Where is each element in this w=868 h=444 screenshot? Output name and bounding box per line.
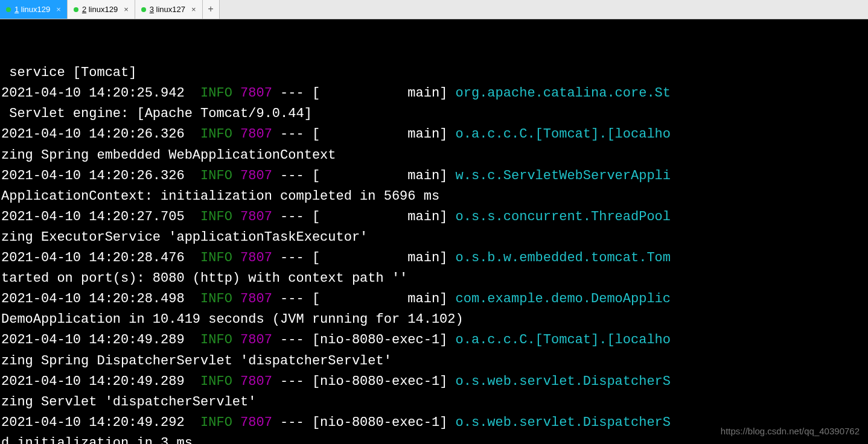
log-logger: org.apache.catalina.core.St xyxy=(456,86,671,101)
log-thread: main xyxy=(320,168,439,183)
add-tab-button[interactable]: + xyxy=(203,0,220,19)
log-logger: o.s.web.servlet.DispatcherS xyxy=(456,415,671,430)
log-line: 2021-04-10 14:20:27.705 INFO 7807 --- [ … xyxy=(1,207,867,227)
log-message: ApplicationContext: initialization compl… xyxy=(1,189,439,204)
log-line: 2021-04-10 14:20:26.326 INFO 7807 --- [ … xyxy=(1,166,867,186)
log-separator: ] xyxy=(439,415,455,430)
log-separator: --- [ xyxy=(280,332,320,347)
log-message: zing Spring DispatcherServlet 'dispatche… xyxy=(1,354,392,369)
log-message: Servlet engine: [Apache Tomcat/9.0.44] xyxy=(1,106,312,121)
log-pid: 7807 xyxy=(240,250,272,265)
tab-2[interactable]: 3 linux127× xyxy=(135,0,203,19)
log-timestamp: 2021-04-10 14:20:49.289 xyxy=(1,332,185,347)
log-logger: o.a.c.c.C.[Tomcat].[localho xyxy=(456,332,671,347)
log-line: 2021-04-10 14:20:26.326 INFO 7807 --- [ … xyxy=(1,124,867,145)
tab-label: 2 linux129 xyxy=(82,5,118,14)
log-separator: --- [ xyxy=(280,250,320,265)
log-line: zing Spring embedded WebApplicationConte… xyxy=(1,145,867,166)
log-thread: main xyxy=(320,209,439,224)
log-separator: ] xyxy=(439,291,455,306)
log-pid: 7807 xyxy=(240,168,272,183)
log-pid: 7807 xyxy=(240,291,272,306)
log-line: 2021-04-10 14:20:49.289 INFO 7807 --- [n… xyxy=(1,330,867,350)
close-icon[interactable]: × xyxy=(54,5,63,14)
log-message: DemoApplication in 10.419 seconds (JVM r… xyxy=(1,312,464,327)
tab-label: 3 linux127 xyxy=(150,5,185,14)
log-line: 2021-04-10 14:20:49.289 INFO 7807 --- [n… xyxy=(1,372,867,392)
log-line: Servlet engine: [Apache Tomcat/9.0.44] xyxy=(1,104,867,124)
log-timestamp: 2021-04-10 14:20:49.292 xyxy=(1,415,185,430)
log-thread: nio-8080-exec-1 xyxy=(320,332,439,347)
status-dot-icon xyxy=(6,7,11,12)
log-line: service [Tomcat] xyxy=(1,63,867,83)
log-logger: com.example.demo.DemoApplic xyxy=(456,291,671,306)
log-separator: --- [ xyxy=(280,209,320,224)
log-line: zing Servlet 'dispatcherServlet' xyxy=(1,392,867,413)
log-pid: 7807 xyxy=(240,127,272,142)
close-icon[interactable]: × xyxy=(121,5,131,14)
log-level: INFO xyxy=(200,291,232,306)
watermark-text: https://blog.csdn.net/qq_40390762 xyxy=(721,424,860,438)
log-thread: main xyxy=(320,127,439,142)
log-thread: main xyxy=(320,86,439,101)
log-pid: 7807 xyxy=(240,209,272,224)
log-logger: w.s.c.ServletWebServerAppli xyxy=(456,168,671,183)
log-line: ApplicationContext: initialization compl… xyxy=(1,186,867,207)
log-thread: nio-8080-exec-1 xyxy=(320,415,439,430)
tab-0[interactable]: 1 linux129× xyxy=(0,0,68,19)
log-timestamp: 2021-04-10 14:20:27.705 xyxy=(1,209,185,224)
log-pid: 7807 xyxy=(240,415,272,430)
log-level: INFO xyxy=(200,127,232,142)
log-separator: ] xyxy=(439,86,455,101)
log-separator: --- [ xyxy=(280,127,320,142)
log-level: INFO xyxy=(200,209,232,224)
log-logger: o.s.b.w.embedded.tomcat.Tom xyxy=(456,250,671,265)
log-line: 2021-04-10 14:20:25.942 INFO 7807 --- [ … xyxy=(1,83,867,104)
log-timestamp: 2021-04-10 14:20:28.476 xyxy=(1,250,185,265)
log-separator: ] xyxy=(439,168,455,183)
log-separator: ] xyxy=(439,209,455,224)
tab-label: 1 linux129 xyxy=(14,5,50,14)
log-timestamp: 2021-04-10 14:20:26.326 xyxy=(1,168,185,183)
log-separator: --- [ xyxy=(280,374,320,389)
log-level: INFO xyxy=(200,250,232,265)
log-line: zing Spring DispatcherServlet 'dispatche… xyxy=(1,351,867,372)
log-timestamp: 2021-04-10 14:20:26.326 xyxy=(1,127,185,142)
log-line: zing ExecutorService 'applicationTaskExe… xyxy=(1,227,867,248)
log-pid: 7807 xyxy=(240,374,272,389)
log-logger: o.a.c.c.C.[Tomcat].[localho xyxy=(456,127,671,142)
tab-1[interactable]: 2 linux129× xyxy=(68,0,135,19)
log-logger: o.s.web.servlet.DispatcherS xyxy=(456,374,671,389)
log-separator: --- [ xyxy=(280,415,320,430)
status-dot-icon xyxy=(74,7,78,12)
log-line: 2021-04-10 14:20:28.476 INFO 7807 --- [ … xyxy=(1,248,867,268)
log-message: zing Spring embedded WebApplicationConte… xyxy=(1,148,336,163)
log-thread: main xyxy=(320,291,439,306)
log-separator: ] xyxy=(439,127,455,142)
log-separator: --- [ xyxy=(280,86,320,101)
log-thread: main xyxy=(320,250,439,265)
log-thread: nio-8080-exec-1 xyxy=(320,374,439,389)
log-message: tarted on port(s): 8080 (http) with cont… xyxy=(1,271,407,286)
log-separator: --- [ xyxy=(280,168,320,183)
log-message: d initialization in 3 ms xyxy=(1,436,193,444)
log-message: zing Servlet 'dispatcherServlet' xyxy=(1,395,256,410)
log-logger: o.s.s.concurrent.ThreadPool xyxy=(456,209,671,224)
tab-bar: 1 linux129×2 linux129×3 linux127×+ xyxy=(0,0,868,19)
log-timestamp: 2021-04-10 14:20:49.289 xyxy=(1,374,185,389)
log-line: DemoApplication in 10.419 seconds (JVM r… xyxy=(1,309,867,330)
log-message: zing ExecutorService 'applicationTaskExe… xyxy=(1,230,368,245)
terminal-output[interactable]: service [Tomcat]2021-04-10 14:20:25.942 … xyxy=(0,19,868,444)
log-line: tarted on port(s): 8080 (http) with cont… xyxy=(1,268,867,289)
log-separator: ] xyxy=(439,374,455,389)
log-level: INFO xyxy=(200,332,232,347)
log-level: INFO xyxy=(200,86,232,101)
log-pid: 7807 xyxy=(240,86,272,101)
log-level: INFO xyxy=(200,374,232,389)
log-message: service [Tomcat] xyxy=(1,65,136,80)
log-separator: ] xyxy=(439,250,455,265)
close-icon[interactable]: × xyxy=(189,5,199,14)
log-level: INFO xyxy=(200,168,232,183)
log-timestamp: 2021-04-10 14:20:25.942 xyxy=(1,86,185,101)
log-timestamp: 2021-04-10 14:20:28.498 xyxy=(1,291,185,306)
